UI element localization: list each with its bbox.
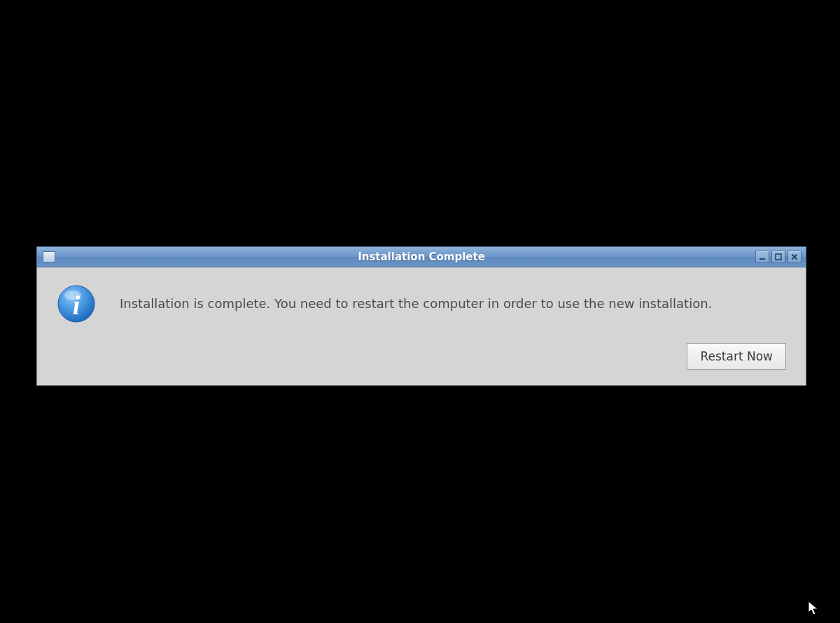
mouse-cursor-icon <box>808 601 820 617</box>
window-menu-icon[interactable] <box>43 251 55 262</box>
dialog-content: i Installation is complete. You need to … <box>57 284 786 323</box>
close-button[interactable] <box>788 251 802 263</box>
window-controls <box>755 251 806 263</box>
minimize-button[interactable] <box>755 251 769 263</box>
svg-rect-1 <box>776 254 781 260</box>
titlebar[interactable]: Installation Complete <box>36 246 806 267</box>
info-icon: i <box>57 284 96 323</box>
maximize-icon <box>774 253 783 261</box>
svg-text:i: i <box>73 290 80 320</box>
maximize-button[interactable] <box>771 251 785 263</box>
window-title: Installation Complete <box>37 251 806 263</box>
close-icon <box>790 253 799 261</box>
dialog-message: Installation is complete. You need to re… <box>120 295 712 312</box>
dialog-body: i Installation is complete. You need to … <box>36 267 806 386</box>
restart-now-button[interactable]: Restart Now <box>687 343 786 370</box>
minimize-icon <box>758 253 766 261</box>
installation-complete-dialog: Installation Complete <box>36 246 806 386</box>
dialog-actions: Restart Now <box>57 343 786 370</box>
svg-rect-0 <box>760 258 765 260</box>
